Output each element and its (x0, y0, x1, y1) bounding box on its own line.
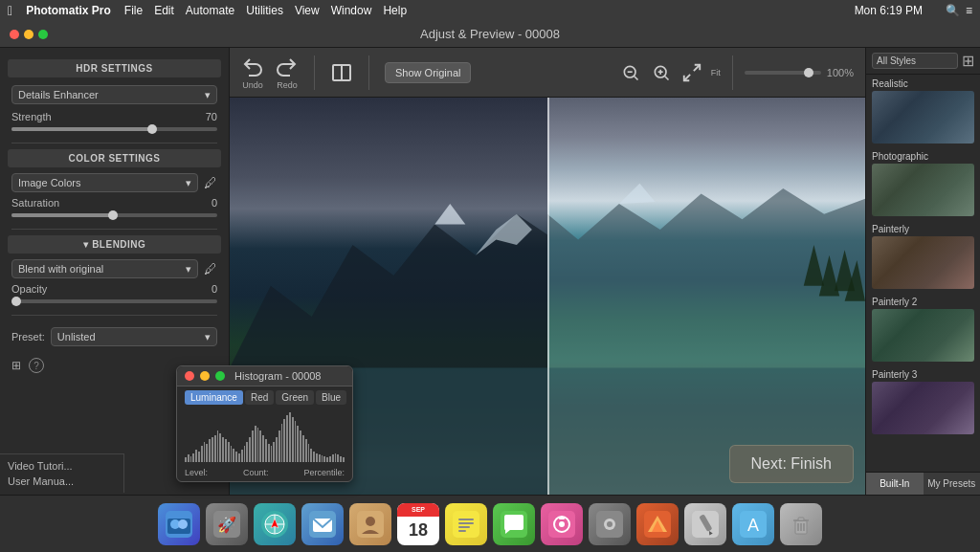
color-picker-icon[interactable]: 🖊 (204, 175, 217, 190)
menu-help[interactable]: Help (383, 4, 407, 17)
style-item-realistic[interactable]: Realistic (866, 75, 980, 147)
histogram-bar (188, 454, 189, 462)
all-styles-dropdown[interactable]: All Styles (872, 53, 958, 69)
histogram-bar (278, 431, 280, 462)
dock-safari[interactable] (254, 503, 296, 545)
dock-app-store[interactable]: A (732, 503, 774, 545)
menu-edit[interactable]: Edit (154, 4, 174, 17)
app-name[interactable]: Photomatix Pro (26, 4, 111, 17)
histogram-bar (300, 431, 301, 462)
saturation-slider-thumb[interactable] (108, 210, 118, 220)
separator-1 (11, 143, 217, 144)
video-tutorial-link[interactable]: Video Tutori... (8, 458, 116, 474)
zoom-in-button[interactable] (650, 61, 673, 84)
chevron-down-icon-2: ▾ (186, 177, 191, 189)
histogram-bar (217, 431, 219, 462)
app-frame: Adjust & Preview - 00008 HDR SETTINGS De… (0, 21, 980, 495)
histogram-bar (310, 449, 312, 462)
calendar-date: 18 (409, 517, 428, 545)
hist-maximize-button[interactable] (215, 371, 225, 381)
style-item-painterly[interactable]: Painterly (866, 220, 980, 293)
blend-type-dropdown[interactable]: Blend with original ▾ (11, 259, 198, 278)
dock-launchpad[interactable]: 🚀 (206, 503, 248, 545)
image-right-half (547, 98, 865, 495)
hdr-type-dropdown[interactable]: Details Enhancer ▾ (11, 85, 217, 104)
help-icon[interactable]: ? (29, 358, 44, 373)
next-finish-button[interactable]: Next: Finish (729, 445, 854, 483)
menu-items: File Edit Automate Utilities View Window… (124, 4, 407, 17)
blend-color-icon[interactable]: 🖊 (204, 261, 217, 276)
dock-finder[interactable] (158, 503, 200, 545)
dock-notes[interactable] (445, 503, 487, 545)
undo-button[interactable]: Undo (241, 55, 264, 90)
opacity-slider-thumb[interactable] (11, 297, 21, 306)
preset-dropdown[interactable]: Unlisted ▾ (51, 327, 217, 346)
histogram-bar (295, 421, 297, 462)
dock: 🚀 SEP 18 A (0, 495, 980, 552)
menu-utilities[interactable]: Utilities (246, 4, 283, 17)
hist-tab-blue[interactable]: Blue (316, 390, 346, 405)
color-type-dropdown[interactable]: Image Colors ▾ (11, 173, 198, 192)
histogram-bar (192, 453, 194, 462)
hist-close-button[interactable] (185, 371, 194, 381)
dock-contacts[interactable] (349, 503, 391, 545)
dock-mail[interactable] (301, 503, 344, 545)
strength-value: 70 (206, 111, 217, 122)
dock-trash[interactable] (780, 503, 822, 545)
style-item-photographic[interactable]: Photographic (866, 147, 980, 220)
zoom-out-button[interactable] (619, 61, 642, 84)
my-presets-tab[interactable]: My Presets (924, 473, 981, 495)
collapse-icon[interactable]: ▾ (83, 239, 89, 250)
histogram-bar (305, 439, 307, 462)
grid-view-icon[interactable]: ⊞ (962, 52, 974, 70)
zoom-slider-thumb[interactable] (804, 68, 813, 77)
style-photographic-label: Photographic (872, 151, 974, 162)
dock-itunes[interactable] (541, 503, 583, 545)
expand-icon[interactable]: ⊞ (11, 359, 21, 372)
menu-file[interactable]: File (124, 4, 143, 17)
zoom-slider-container: 100% (745, 67, 854, 78)
style-item-painterly2[interactable]: Painterly 2 (866, 293, 980, 365)
dock-system-preferences[interactable] (589, 503, 631, 545)
dock-pencil-app[interactable] (684, 503, 726, 545)
control-center-icon[interactable]: ≡ (966, 4, 972, 17)
style-item-painterly3[interactable]: Painterly 3 (866, 365, 980, 438)
close-button[interactable] (10, 30, 19, 39)
hist-percentile: Percentile: (303, 468, 345, 477)
menu-automate[interactable]: Automate (186, 4, 234, 17)
split-view-button[interactable] (330, 61, 353, 84)
hist-minimize-button[interactable] (200, 371, 210, 381)
hist-tab-luminance[interactable]: Luminance (185, 390, 243, 405)
menu-right-icons: 🔍 ≡ (946, 4, 972, 17)
show-original-button[interactable]: Show Original (385, 62, 471, 83)
user-manual-link[interactable]: User Manua... (8, 474, 116, 489)
apple-menu[interactable]:  (8, 3, 12, 18)
built-in-tab[interactable]: Built-In (866, 473, 924, 495)
dock-calendar[interactable]: SEP 18 (397, 503, 439, 545)
search-icon[interactable]: 🔍 (946, 4, 960, 17)
style-realistic-thumbnail (872, 91, 974, 144)
histogram-bar (244, 446, 246, 462)
menu-view[interactable]: View (295, 4, 320, 17)
hist-tab-red[interactable]: Red (245, 390, 274, 405)
opacity-slider-track (11, 299, 217, 303)
redo-button[interactable]: Redo (276, 55, 299, 90)
dock-photomatix[interactable] (636, 503, 679, 545)
histogram-bar (273, 442, 275, 462)
dock-messages[interactable] (493, 503, 535, 545)
split-view-line (547, 98, 549, 495)
minimize-button[interactable] (24, 30, 33, 39)
svg-rect-31 (458, 530, 466, 532)
separator-3 (11, 315, 217, 316)
strength-slider-thumb[interactable] (147, 124, 157, 134)
histogram-bar (206, 444, 208, 462)
zoom-slider[interactable] (745, 71, 821, 75)
menu-window[interactable]: Window (331, 4, 372, 17)
chevron-down-icon-3: ▾ (186, 263, 191, 276)
opacity-row: Opacity 0 (0, 280, 229, 298)
traffic-lights (10, 30, 48, 39)
fit-button[interactable] (680, 61, 703, 84)
hist-tab-green[interactable]: Green (276, 390, 314, 405)
window-title: Adjust & Preview - 00008 (420, 27, 560, 41)
maximize-button[interactable] (38, 30, 48, 39)
